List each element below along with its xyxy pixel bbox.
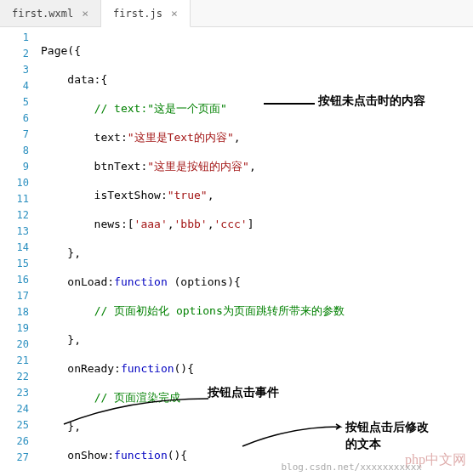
line-number: 17	[0, 288, 29, 304]
line-number: 3	[0, 62, 29, 78]
line-number: 2	[0, 46, 29, 62]
tab-label: first.js	[113, 8, 162, 20]
line-number: 27	[0, 450, 29, 466]
line-number: 22	[0, 369, 29, 385]
line-number: 7	[0, 127, 29, 143]
line-number: 5	[0, 94, 29, 110]
tab-label: first.wxml	[12, 8, 73, 20]
line-number: 21	[0, 353, 29, 369]
line-number: 6	[0, 110, 29, 127]
line-number: 18	[0, 304, 29, 320]
tab-first-js[interactable]: first.js ×	[101, 0, 191, 27]
line-number: 19	[0, 320, 29, 337]
watermark-url: blog.csdn.net/xxxxxxxxxxx	[281, 462, 422, 473]
tab-first-wxml[interactable]: first.wxml ×	[0, 0, 101, 26]
code-area[interactable]: Page({ data:{ // text:"这是一个页面" text:"这里是…	[41, 27, 473, 476]
line-number: 4	[0, 78, 29, 94]
close-icon[interactable]: ×	[82, 7, 88, 20]
editor: 1 2 3 4 5 6 7 8 9 10 11 12 13 14 15 16 1…	[0, 27, 473, 476]
close-icon[interactable]: ×	[171, 7, 178, 20]
line-number: 16	[0, 272, 29, 288]
line-number: 1	[0, 30, 29, 46]
line-number: 20	[0, 337, 29, 353]
line-number: 12	[0, 207, 29, 224]
tab-bar: first.wxml × first.js ×	[0, 0, 473, 27]
line-number: 14	[0, 240, 29, 256]
line-number: 9	[0, 159, 29, 175]
line-number: 26	[0, 434, 29, 450]
line-number: 11	[0, 191, 29, 207]
line-number: 25	[0, 417, 29, 434]
line-number: 24	[0, 401, 29, 417]
line-number: 13	[0, 224, 29, 240]
line-number: 8	[0, 143, 29, 159]
line-number: 10	[0, 175, 29, 191]
line-gutter: 1 2 3 4 5 6 7 8 9 10 11 12 13 14 15 16 1…	[0, 27, 41, 476]
line-number: 23	[0, 385, 29, 401]
line-number: 15	[0, 256, 29, 272]
